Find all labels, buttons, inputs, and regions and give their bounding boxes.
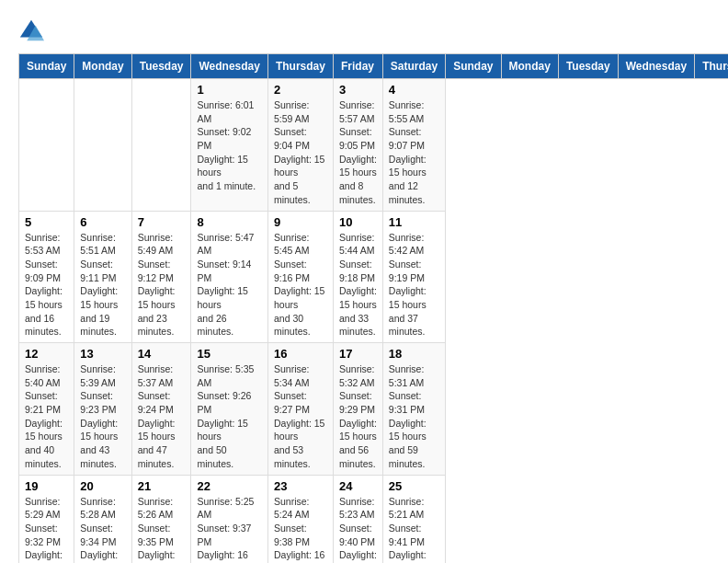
day-info: Sunrise: 6:01 AM Sunset: 9:02 PM Dayligh… <box>197 98 261 193</box>
calendar-cell: 13Sunrise: 5:39 AM Sunset: 9:23 PM Dayli… <box>74 343 131 476</box>
day-info: Sunrise: 5:37 AM Sunset: 9:24 PM Dayligh… <box>138 362 186 471</box>
calendar-cell <box>74 79 131 212</box>
day-info: Sunrise: 5:25 AM Sunset: 9:37 PM Dayligh… <box>197 495 261 564</box>
day-number: 7 <box>138 215 186 229</box>
col-header-monday: Monday <box>501 54 558 79</box>
day-number: 8 <box>197 215 261 229</box>
day-number: 25 <box>389 479 439 493</box>
day-info: Sunrise: 5:57 AM Sunset: 9:05 PM Dayligh… <box>339 98 377 207</box>
calendar-week-2: 5Sunrise: 5:53 AM Sunset: 9:09 PM Daylig… <box>19 211 729 343</box>
day-info: Sunrise: 5:35 AM Sunset: 9:26 PM Dayligh… <box>197 362 261 471</box>
day-number: 20 <box>80 479 125 493</box>
day-number: 1 <box>197 83 261 97</box>
calendar-week-1: 1Sunrise: 6:01 AM Sunset: 9:02 PM Daylig… <box>19 79 729 212</box>
day-info: Sunrise: 5:53 AM Sunset: 9:09 PM Dayligh… <box>25 231 68 339</box>
calendar-week-4: 19Sunrise: 5:29 AM Sunset: 9:32 PM Dayli… <box>19 475 729 563</box>
calendar-cell: 2Sunrise: 5:59 AM Sunset: 9:04 PM Daylig… <box>267 79 333 212</box>
day-info: Sunrise: 5:44 AM Sunset: 9:18 PM Dayligh… <box>339 231 377 339</box>
calendar-cell: 4Sunrise: 5:55 AM Sunset: 9:07 PM Daylig… <box>382 79 445 212</box>
calendar-cell: 20Sunrise: 5:28 AM Sunset: 9:34 PM Dayli… <box>74 475 131 563</box>
day-number: 5 <box>25 215 68 229</box>
day-number: 2 <box>274 83 327 97</box>
day-number: 14 <box>138 347 186 361</box>
day-number: 12 <box>25 347 68 361</box>
day-info: Sunrise: 5:26 AM Sunset: 9:35 PM Dayligh… <box>138 495 186 564</box>
day-info: Sunrise: 5:24 AM Sunset: 9:38 PM Dayligh… <box>274 495 327 564</box>
calendar-cell: 16Sunrise: 5:34 AM Sunset: 9:27 PM Dayli… <box>267 343 333 476</box>
col-header-tuesday: Tuesday <box>558 54 618 79</box>
calendar-cell: 24Sunrise: 5:23 AM Sunset: 9:40 PM Dayli… <box>333 475 382 563</box>
col-header-thursday: Thursday <box>695 54 728 79</box>
logo-icon <box>18 18 44 44</box>
col-header-tuesday: Tuesday <box>131 54 191 79</box>
col-header-wednesday: Wednesday <box>191 54 267 79</box>
col-header-wednesday: Wednesday <box>618 54 694 79</box>
calendar-cell: 15Sunrise: 5:35 AM Sunset: 9:26 PM Dayli… <box>191 343 267 476</box>
day-info: Sunrise: 5:45 AM Sunset: 9:16 PM Dayligh… <box>274 231 327 339</box>
calendar-table: SundayMondayTuesdayWednesdayThursdayFrid… <box>18 53 728 563</box>
day-number: 4 <box>389 83 439 97</box>
day-info: Sunrise: 5:31 AM Sunset: 9:31 PM Dayligh… <box>389 362 439 471</box>
calendar-cell: 5Sunrise: 5:53 AM Sunset: 9:09 PM Daylig… <box>19 211 74 343</box>
calendar-cell <box>131 79 191 212</box>
day-number: 15 <box>197 347 261 361</box>
col-header-saturday: Saturday <box>382 54 445 79</box>
calendar-cell: 12Sunrise: 5:40 AM Sunset: 9:21 PM Dayli… <box>19 343 74 476</box>
calendar-cell: 8Sunrise: 5:47 AM Sunset: 9:14 PM Daylig… <box>191 211 267 343</box>
calendar-week-3: 12Sunrise: 5:40 AM Sunset: 9:21 PM Dayli… <box>19 343 729 476</box>
day-number: 3 <box>339 83 377 97</box>
day-info: Sunrise: 5:40 AM Sunset: 9:21 PM Dayligh… <box>25 362 68 471</box>
calendar-cell: 6Sunrise: 5:51 AM Sunset: 9:11 PM Daylig… <box>74 211 131 343</box>
day-info: Sunrise: 5:51 AM Sunset: 9:11 PM Dayligh… <box>80 231 125 339</box>
calendar-cell: 3Sunrise: 5:57 AM Sunset: 9:05 PM Daylig… <box>333 79 382 212</box>
day-info: Sunrise: 5:28 AM Sunset: 9:34 PM Dayligh… <box>80 495 125 564</box>
calendar-cell: 22Sunrise: 5:25 AM Sunset: 9:37 PM Dayli… <box>191 475 267 563</box>
day-number: 22 <box>197 479 261 493</box>
day-info: Sunrise: 5:34 AM Sunset: 9:27 PM Dayligh… <box>274 362 327 471</box>
day-info: Sunrise: 5:39 AM Sunset: 9:23 PM Dayligh… <box>80 362 125 471</box>
day-number: 11 <box>389 215 439 229</box>
calendar-cell: 18Sunrise: 5:31 AM Sunset: 9:31 PM Dayli… <box>382 343 445 476</box>
col-header-monday: Monday <box>74 54 131 79</box>
calendar-cell: 7Sunrise: 5:49 AM Sunset: 9:12 PM Daylig… <box>131 211 191 343</box>
day-info: Sunrise: 5:49 AM Sunset: 9:12 PM Dayligh… <box>138 231 186 339</box>
logo <box>18 18 48 44</box>
day-info: Sunrise: 5:29 AM Sunset: 9:32 PM Dayligh… <box>25 495 68 564</box>
day-info: Sunrise: 5:55 AM Sunset: 9:07 PM Dayligh… <box>389 98 439 207</box>
day-info: Sunrise: 5:59 AM Sunset: 9:04 PM Dayligh… <box>274 98 327 207</box>
calendar-cell: 19Sunrise: 5:29 AM Sunset: 9:32 PM Dayli… <box>19 475 74 563</box>
calendar-cell: 23Sunrise: 5:24 AM Sunset: 9:38 PM Dayli… <box>267 475 333 563</box>
calendar-cell <box>19 79 74 212</box>
calendar-header-row: SundayMondayTuesdayWednesdayThursdayFrid… <box>19 54 729 79</box>
col-header-thursday: Thursday <box>267 54 333 79</box>
col-header-sunday: Sunday <box>19 54 74 79</box>
calendar-cell: 10Sunrise: 5:44 AM Sunset: 9:18 PM Dayli… <box>333 211 382 343</box>
calendar-cell: 25Sunrise: 5:21 AM Sunset: 9:41 PM Dayli… <box>382 475 445 563</box>
day-number: 13 <box>80 347 125 361</box>
day-number: 24 <box>339 479 377 493</box>
calendar-cell: 1Sunrise: 6:01 AM Sunset: 9:02 PM Daylig… <box>191 79 267 212</box>
calendar-cell: 9Sunrise: 5:45 AM Sunset: 9:16 PM Daylig… <box>267 211 333 343</box>
day-number: 19 <box>25 479 68 493</box>
day-info: Sunrise: 5:23 AM Sunset: 9:40 PM Dayligh… <box>339 495 377 564</box>
calendar-cell: 11Sunrise: 5:42 AM Sunset: 9:19 PM Dayli… <box>382 211 445 343</box>
day-number: 6 <box>80 215 125 229</box>
day-number: 10 <box>339 215 377 229</box>
calendar-cell: 17Sunrise: 5:32 AM Sunset: 9:29 PM Dayli… <box>333 343 382 476</box>
day-info: Sunrise: 5:42 AM Sunset: 9:19 PM Dayligh… <box>389 231 439 339</box>
day-number: 21 <box>138 479 186 493</box>
day-number: 17 <box>339 347 377 361</box>
col-header-sunday: Sunday <box>446 54 501 79</box>
page-header <box>18 18 710 44</box>
calendar-cell: 21Sunrise: 5:26 AM Sunset: 9:35 PM Dayli… <box>131 475 191 563</box>
day-number: 16 <box>274 347 327 361</box>
day-info: Sunrise: 5:47 AM Sunset: 9:14 PM Dayligh… <box>197 231 261 339</box>
day-number: 9 <box>274 215 327 229</box>
day-info: Sunrise: 5:32 AM Sunset: 9:29 PM Dayligh… <box>339 362 377 471</box>
day-number: 18 <box>389 347 439 361</box>
col-header-friday: Friday <box>333 54 382 79</box>
day-info: Sunrise: 5:21 AM Sunset: 9:41 PM Dayligh… <box>389 495 439 564</box>
day-number: 23 <box>274 479 327 493</box>
calendar-cell: 14Sunrise: 5:37 AM Sunset: 9:24 PM Dayli… <box>131 343 191 476</box>
